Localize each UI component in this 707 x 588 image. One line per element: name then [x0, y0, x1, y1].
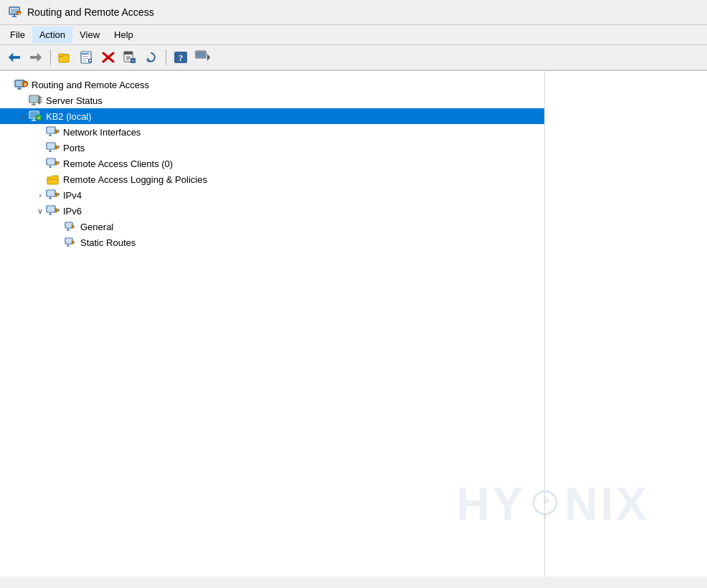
tree-item-static-routes-label: Static Routes	[80, 237, 136, 248]
ports-icon	[46, 141, 60, 154]
tree-item-server-status-label: Server Status	[46, 95, 103, 106]
tree-item-ipv4-label: IPv4	[63, 190, 82, 201]
separator-2	[166, 49, 166, 65]
tree-item-server-status[interactable]: Server Status	[0, 93, 544, 108]
separator-1	[50, 49, 51, 65]
remote-access-clients-icon	[46, 157, 60, 170]
refresh-button[interactable]	[141, 48, 161, 67]
tree-item-kb2-local[interactable]: ∨ KB2 (local)	[0, 108, 544, 124]
remote-access-logging-icon	[46, 173, 60, 186]
tree-item-root[interactable]: R Routing and Remote Access	[0, 77, 544, 93]
tree-panel: R Routing and Remote Access S	[0, 71, 545, 577]
svg-marker-35	[207, 54, 210, 61]
properties-button[interactable]	[77, 48, 97, 67]
menu-view[interactable]: View	[72, 27, 107, 43]
menu-action[interactable]: Action	[32, 27, 72, 43]
tree-item-general[interactable]: General	[0, 219, 544, 234]
static-routes-icon	[63, 236, 77, 249]
menu-bar: File Action View Help	[0, 25, 707, 45]
svg-rect-74	[47, 159, 54, 164]
svg-point-54	[36, 115, 42, 120]
svg-rect-11	[59, 54, 64, 56]
toolbar: ?	[0, 45, 707, 71]
svg-rect-109	[72, 241, 74, 244]
server-status-icon	[29, 94, 43, 107]
kb2-collapse-btn[interactable]: ∨	[17, 110, 29, 122]
tree-item-static-routes[interactable]: Static Routes	[0, 234, 544, 250]
tree-item-ipv4[interactable]: › IPv4	[0, 187, 544, 203]
tree-item-ports-label: Ports	[63, 143, 85, 153]
tree-item-network-interfaces-label: Network Interfaces	[63, 127, 141, 138]
svg-rect-43	[30, 96, 38, 102]
tree-item-remote-access-clients-label: Remote Access Clients (0)	[63, 158, 173, 169]
svg-rect-24	[124, 52, 133, 54]
tree-item-remote-access-logging[interactable]: Remote Access Logging & Policies	[0, 171, 544, 187]
svg-rect-91	[47, 207, 54, 212]
svg-rect-69	[55, 146, 57, 149]
export-button[interactable]	[120, 48, 140, 67]
ipv4-icon	[46, 189, 60, 201]
svg-marker-30	[147, 57, 151, 61]
title-bar-text: Routing and Remote Access	[27, 6, 154, 18]
open-button[interactable]	[55, 48, 75, 67]
svg-rect-102	[72, 225, 74, 228]
kb2-local-icon	[29, 110, 43, 123]
tree-item-remote-access-logging-label: Remote Access Logging & Policies	[63, 174, 207, 185]
svg-rect-94	[55, 209, 57, 212]
svg-rect-9	[30, 56, 37, 59]
forward-button[interactable]	[26, 48, 46, 67]
svg-rect-15	[82, 58, 88, 59]
help-button[interactable]: ?	[171, 48, 191, 67]
svg-text:R: R	[18, 12, 20, 16]
svg-rect-86	[55, 193, 57, 196]
svg-rect-58	[47, 128, 54, 133]
tree-item-ipv6[interactable]: ∨ IPv6	[0, 203, 544, 219]
svg-rect-81	[47, 179, 58, 184]
tree-item-general-label: General	[80, 222, 113, 232]
svg-rect-49	[39, 96, 40, 104]
svg-marker-8	[37, 53, 42, 62]
app-icon: R	[9, 6, 22, 19]
tree-item-ports[interactable]: Ports	[0, 140, 544, 156]
menu-file[interactable]: File	[3, 27, 32, 43]
svg-rect-16	[82, 60, 86, 61]
console-button[interactable]	[192, 48, 212, 67]
tree-item-remote-access-clients[interactable]: Remote Access Clients (0)	[0, 156, 544, 171]
svg-rect-61	[55, 130, 57, 133]
tree-item-ipv6-label: IPv6	[63, 206, 82, 217]
svg-rect-106	[66, 239, 72, 243]
svg-text:R: R	[24, 82, 27, 87]
svg-rect-13	[82, 53, 89, 54]
svg-rect-14	[82, 56, 88, 57]
network-interfaces-icon	[46, 125, 60, 138]
ipv4-expand-btn[interactable]: ›	[34, 189, 46, 201]
main-content: R Routing and Remote Access S	[0, 71, 707, 577]
svg-rect-83	[47, 191, 54, 196]
ipv6-collapse-btn[interactable]: ∨	[34, 205, 46, 217]
svg-rect-77	[55, 161, 57, 165]
title-bar: R Routing and Remote Access	[0, 0, 707, 25]
svg-rect-34	[196, 52, 205, 57]
svg-text:?: ?	[179, 52, 184, 63]
delete-button[interactable]	[98, 48, 118, 67]
tree-item-kb2-label: KB2 (local)	[46, 111, 92, 122]
back-button[interactable]	[4, 48, 24, 67]
tree-item-network-interfaces[interactable]: Network Interfaces	[0, 124, 544, 140]
menu-help[interactable]: Help	[107, 27, 141, 43]
root-icon: R	[14, 78, 29, 91]
svg-rect-66	[47, 143, 54, 148]
svg-rect-7	[13, 56, 20, 59]
ipv6-icon	[46, 204, 60, 217]
general-icon	[63, 220, 77, 233]
tree-item-root-label: Routing and Remote Access	[32, 80, 149, 90]
svg-marker-6	[9, 53, 13, 62]
svg-rect-99	[66, 223, 72, 227]
